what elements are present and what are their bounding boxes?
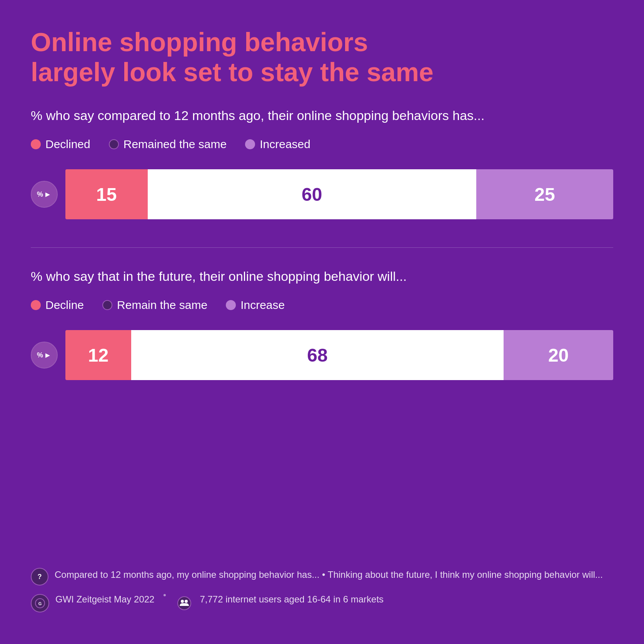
section2-bar: 12 68 20 [65, 330, 613, 380]
arrow-icon: ► [44, 190, 52, 199]
section1-bar: 15 60 25 [65, 169, 613, 219]
increased-label: Increased [260, 138, 310, 151]
meta-separator [164, 594, 166, 596]
footer-question-row: ? Compared to 12 months ago, my online s… [31, 568, 613, 586]
remain-dot [102, 300, 112, 310]
legend-remain: Remain the same [102, 299, 207, 312]
footer: ? Compared to 12 months ago, my online s… [31, 556, 613, 621]
section2-chart: % ► 12 68 20 [31, 330, 613, 380]
increased-dot [245, 139, 255, 149]
question-icon: ? [31, 568, 48, 586]
declined-dot [31, 139, 41, 149]
footer-source: GWI Zeitgeist May 2022 [55, 594, 154, 605]
section2-legend: Decline Remain the same Increase [31, 299, 613, 312]
section-divider [31, 247, 613, 248]
legend-increased: Increased [245, 138, 310, 151]
section1-chart: % ► 15 60 25 [31, 169, 613, 219]
legend-same: Remained the same [109, 138, 227, 151]
svg-point-4 [185, 600, 188, 603]
same-label: Remained the same [123, 138, 227, 151]
gwi-logo: G [31, 594, 49, 612]
footer-question-text: Compared to 12 months ago, my online sho… [55, 568, 603, 582]
declined-label: Declined [45, 138, 90, 151]
decline-dot [31, 300, 41, 310]
percent-symbol-2: % [37, 351, 43, 359]
footer-meta-row: G GWI Zeitgeist May 2022 7,772 internet … [31, 594, 613, 612]
percent-symbol: % [37, 190, 43, 199]
decline-label: Decline [45, 299, 84, 312]
bar-increase: 20 [504, 330, 613, 380]
section1-description: % who say compared to 12 months ago, the… [31, 108, 613, 123]
section2-description: % who say that in the future, their onli… [31, 269, 613, 284]
bar-increased: 25 [476, 169, 613, 219]
bar-same: 60 [148, 169, 476, 219]
svg-text:G: G [38, 601, 42, 606]
section-2: % who say that in the future, their onli… [31, 269, 613, 387]
increase-label: Increase [240, 299, 285, 312]
bar-decline: 12 [65, 330, 131, 380]
section1-legend: Declined Remained the same Increased [31, 138, 613, 151]
users-icon [175, 594, 194, 612]
svg-point-3 [181, 600, 184, 603]
footer-sample: 7,772 internet users aged 16-64 in 6 mar… [200, 594, 384, 605]
section1-percent-badge: % ► [31, 181, 58, 208]
same-dot [109, 139, 119, 149]
arrow-icon-2: ► [44, 351, 52, 360]
legend-increase: Increase [226, 299, 285, 312]
bar-declined: 15 [65, 169, 148, 219]
bar-remain: 68 [131, 330, 504, 380]
remain-label: Remain the same [117, 299, 207, 312]
legend-decline: Decline [31, 299, 84, 312]
legend-declined: Declined [31, 138, 90, 151]
page-title: Online shopping behaviors largely look s… [31, 27, 613, 87]
section2-percent-badge: % ► [31, 342, 58, 369]
increase-dot [226, 300, 236, 310]
section-1: % who say compared to 12 months ago, the… [31, 108, 613, 226]
